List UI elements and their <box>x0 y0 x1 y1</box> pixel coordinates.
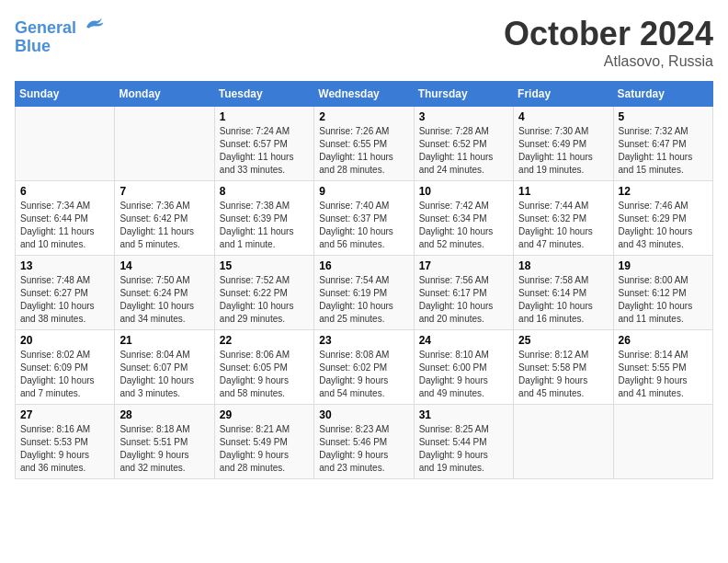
calendar-cell: 23Sunrise: 8:08 AM Sunset: 6:02 PM Dayli… <box>314 330 414 405</box>
calendar-cell <box>16 107 115 181</box>
day-number: 7 <box>119 185 209 198</box>
day-number: 11 <box>518 185 608 198</box>
day-info: Sunrise: 7:44 AM Sunset: 6:32 PM Dayligh… <box>518 200 608 251</box>
day-info: Sunrise: 7:24 AM Sunset: 6:57 PM Dayligh… <box>220 125 309 177</box>
day-number: 12 <box>619 185 708 198</box>
calendar-cell: 20Sunrise: 8:02 AM Sunset: 6:09 PM Dayli… <box>16 330 115 405</box>
day-info: Sunrise: 8:25 AM Sunset: 5:44 PM Dayligh… <box>419 423 508 475</box>
calendar-cell: 22Sunrise: 8:06 AM Sunset: 6:05 PM Dayli… <box>214 330 313 405</box>
week-row-2: 6Sunrise: 7:34 AM Sunset: 6:44 PM Daylig… <box>16 181 713 256</box>
day-number: 23 <box>319 334 408 347</box>
day-number: 24 <box>419 334 508 347</box>
day-number: 21 <box>119 334 209 347</box>
day-info: Sunrise: 7:32 AM Sunset: 6:47 PM Dayligh… <box>619 125 708 177</box>
day-info: Sunrise: 7:50 AM Sunset: 6:24 PM Dayligh… <box>119 274 209 326</box>
week-row-1: 1Sunrise: 7:24 AM Sunset: 6:57 PM Daylig… <box>16 107 713 181</box>
day-number: 6 <box>20 185 109 198</box>
header-monday: Monday <box>115 82 214 107</box>
day-info: Sunrise: 7:34 AM Sunset: 6:44 PM Dayligh… <box>20 200 109 251</box>
day-info: Sunrise: 8:08 AM Sunset: 6:02 PM Dayligh… <box>319 349 408 400</box>
day-number: 16 <box>319 259 408 272</box>
day-info: Sunrise: 8:21 AM Sunset: 5:49 PM Dayligh… <box>220 423 309 475</box>
calendar-cell: 14Sunrise: 7:50 AM Sunset: 6:24 PM Dayli… <box>115 256 214 330</box>
day-info: Sunrise: 8:10 AM Sunset: 6:00 PM Dayligh… <box>419 349 508 400</box>
day-info: Sunrise: 7:58 AM Sunset: 6:14 PM Dayligh… <box>518 274 608 326</box>
calendar-cell: 30Sunrise: 8:23 AM Sunset: 5:46 PM Dayli… <box>314 405 414 479</box>
day-number: 20 <box>20 334 109 347</box>
day-info: Sunrise: 8:04 AM Sunset: 6:07 PM Dayligh… <box>119 349 209 400</box>
day-number: 26 <box>619 334 708 347</box>
day-number: 25 <box>518 334 608 347</box>
day-number: 31 <box>419 408 508 421</box>
day-info: Sunrise: 8:06 AM Sunset: 6:05 PM Dayligh… <box>220 349 309 400</box>
day-info: Sunrise: 8:00 AM Sunset: 6:12 PM Dayligh… <box>619 274 708 326</box>
day-number: 5 <box>619 110 708 123</box>
calendar-cell: 10Sunrise: 7:42 AM Sunset: 6:34 PM Dayli… <box>414 181 513 256</box>
day-info: Sunrise: 7:36 AM Sunset: 6:42 PM Dayligh… <box>119 200 209 251</box>
calendar-header-row: SundayMondayTuesdayWednesdayThursdayFrid… <box>16 82 713 107</box>
calendar-cell: 26Sunrise: 8:14 AM Sunset: 5:55 PM Dayli… <box>613 330 712 405</box>
day-number: 28 <box>119 408 209 421</box>
day-info: Sunrise: 7:30 AM Sunset: 6:49 PM Dayligh… <box>518 125 608 177</box>
calendar-cell: 2Sunrise: 7:26 AM Sunset: 6:55 PM Daylig… <box>314 107 414 181</box>
day-info: Sunrise: 7:40 AM Sunset: 6:37 PM Dayligh… <box>319 200 408 251</box>
day-info: Sunrise: 8:14 AM Sunset: 5:55 PM Dayligh… <box>619 349 708 400</box>
day-number: 17 <box>419 259 508 272</box>
calendar-cell: 4Sunrise: 7:30 AM Sunset: 6:49 PM Daylig… <box>514 107 613 181</box>
calendar-cell: 1Sunrise: 7:24 AM Sunset: 6:57 PM Daylig… <box>214 107 313 181</box>
week-row-4: 20Sunrise: 8:02 AM Sunset: 6:09 PM Dayli… <box>16 330 713 405</box>
logo-bird-icon <box>83 15 105 33</box>
day-number: 3 <box>419 110 508 123</box>
day-info: Sunrise: 7:48 AM Sunset: 6:27 PM Dayligh… <box>20 274 109 326</box>
day-info: Sunrise: 7:42 AM Sunset: 6:34 PM Dayligh… <box>419 200 508 251</box>
week-row-5: 27Sunrise: 8:16 AM Sunset: 5:53 PM Dayli… <box>16 405 713 479</box>
title-block: October 2024 Atlasovo, Russia <box>504 15 713 70</box>
day-number: 2 <box>319 110 408 123</box>
page-header: General Blue October 2024 Atlasovo, Russ… <box>15 15 713 70</box>
calendar-cell: 24Sunrise: 8:10 AM Sunset: 6:00 PM Dayli… <box>414 330 513 405</box>
calendar-cell: 18Sunrise: 7:58 AM Sunset: 6:14 PM Dayli… <box>514 256 613 330</box>
day-number: 9 <box>319 185 408 198</box>
day-info: Sunrise: 7:38 AM Sunset: 6:39 PM Dayligh… <box>220 200 309 251</box>
header-tuesday: Tuesday <box>214 82 313 107</box>
day-info: Sunrise: 7:54 AM Sunset: 6:19 PM Dayligh… <box>319 274 408 326</box>
day-number: 8 <box>220 185 309 198</box>
day-number: 27 <box>20 408 109 421</box>
calendar-cell: 3Sunrise: 7:28 AM Sunset: 6:52 PM Daylig… <box>414 107 513 181</box>
day-number: 10 <box>419 185 508 198</box>
week-row-3: 13Sunrise: 7:48 AM Sunset: 6:27 PM Dayli… <box>16 256 713 330</box>
day-info: Sunrise: 8:23 AM Sunset: 5:46 PM Dayligh… <box>319 423 408 475</box>
day-number: 29 <box>220 408 309 421</box>
calendar-cell: 12Sunrise: 7:46 AM Sunset: 6:29 PM Dayli… <box>613 181 712 256</box>
day-info: Sunrise: 8:12 AM Sunset: 5:58 PM Dayligh… <box>518 349 608 400</box>
header-wednesday: Wednesday <box>314 82 414 107</box>
calendar-cell: 11Sunrise: 7:44 AM Sunset: 6:32 PM Dayli… <box>514 181 613 256</box>
calendar-cell: 5Sunrise: 7:32 AM Sunset: 6:47 PM Daylig… <box>613 107 712 181</box>
calendar-cell: 21Sunrise: 8:04 AM Sunset: 6:07 PM Dayli… <box>115 330 214 405</box>
logo-blue: Blue <box>15 37 51 55</box>
calendar-cell: 29Sunrise: 8:21 AM Sunset: 5:49 PM Dayli… <box>214 405 313 479</box>
day-info: Sunrise: 8:02 AM Sunset: 6:09 PM Dayligh… <box>20 349 109 400</box>
logo-general: General <box>15 18 76 37</box>
calendar-cell: 17Sunrise: 7:56 AM Sunset: 6:17 PM Dayli… <box>414 256 513 330</box>
calendar-table: SundayMondayTuesdayWednesdayThursdayFrid… <box>15 81 713 479</box>
calendar-cell: 13Sunrise: 7:48 AM Sunset: 6:27 PM Dayli… <box>16 256 115 330</box>
calendar-cell: 16Sunrise: 7:54 AM Sunset: 6:19 PM Dayli… <box>314 256 414 330</box>
calendar-cell: 15Sunrise: 7:52 AM Sunset: 6:22 PM Dayli… <box>214 256 313 330</box>
day-number: 4 <box>518 110 608 123</box>
header-saturday: Saturday <box>613 82 712 107</box>
calendar-cell: 9Sunrise: 7:40 AM Sunset: 6:37 PM Daylig… <box>314 181 414 256</box>
calendar-cell <box>613 405 712 479</box>
day-number: 15 <box>220 259 309 272</box>
logo: General Blue <box>15 15 105 56</box>
day-number: 1 <box>220 110 309 123</box>
header-thursday: Thursday <box>414 82 513 107</box>
calendar-cell: 6Sunrise: 7:34 AM Sunset: 6:44 PM Daylig… <box>16 181 115 256</box>
calendar-cell: 25Sunrise: 8:12 AM Sunset: 5:58 PM Dayli… <box>514 330 613 405</box>
logo-text: General Blue <box>15 15 105 56</box>
calendar-cell <box>115 107 214 181</box>
day-info: Sunrise: 7:26 AM Sunset: 6:55 PM Dayligh… <box>319 125 408 177</box>
day-info: Sunrise: 7:28 AM Sunset: 6:52 PM Dayligh… <box>419 125 508 177</box>
day-number: 30 <box>319 408 408 421</box>
calendar-cell <box>514 405 613 479</box>
